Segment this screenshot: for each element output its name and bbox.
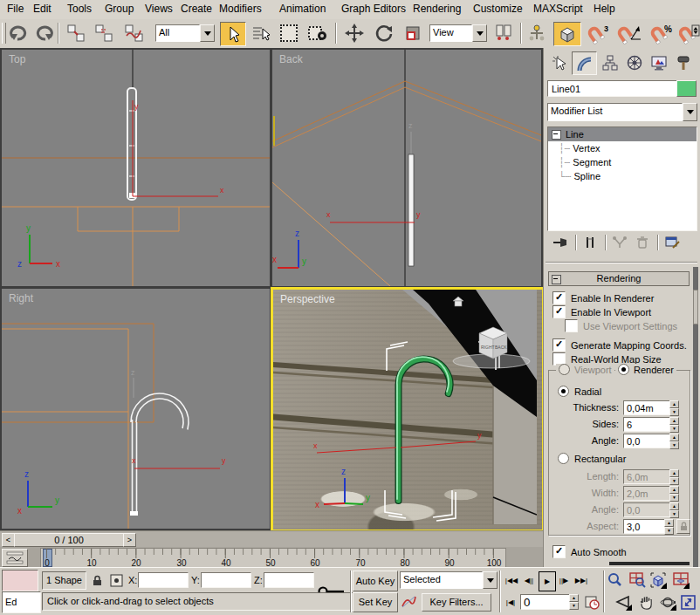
width-spinner[interactable]: ▲▼ — [669, 486, 679, 501]
length-spinner[interactable]: ▲▼ — [669, 469, 679, 484]
pan-button[interactable] — [637, 593, 655, 611]
window-crossing-button[interactable] — [305, 23, 330, 44]
snaps-toggle-button[interactable] — [553, 22, 581, 46]
stack-item-spline[interactable]: └┄ Spline — [548, 169, 697, 183]
radio-icon[interactable] — [558, 386, 569, 397]
aspect-lock-button[interactable] — [676, 519, 690, 534]
viewport-back[interactable]: z x y z x y Back — [272, 50, 541, 286]
frame-spinner[interactable]: ▲▼ — [569, 594, 579, 610]
stack-item-segment[interactable]: ┆┄ Segment — [548, 155, 697, 169]
rollout-collapse-icon[interactable] — [552, 275, 561, 284]
percent-snap-toggle-button[interactable]: % — [649, 23, 676, 45]
rendering-rollout-header[interactable]: Rendering — [548, 271, 690, 286]
modifier-list-dropdown[interactable]: Modifier List — [547, 103, 697, 121]
select-and-rotate-button[interactable] — [372, 23, 396, 44]
configure-modifier-sets-button[interactable] — [662, 233, 683, 252]
angle-spinner[interactable]: ▲▼ — [669, 434, 679, 448]
zoom-extents-button[interactable] — [649, 571, 667, 589]
tab-create[interactable] — [547, 51, 571, 73]
macro-recorder-field[interactable] — [2, 570, 38, 591]
time-configuration-button[interactable] — [583, 594, 600, 611]
tab-display[interactable] — [647, 51, 670, 73]
radio-renderer[interactable]: Renderer — [615, 364, 676, 375]
menu-maxscript[interactable]: MAXScript — [533, 3, 583, 15]
menu-edit[interactable]: Edit — [33, 3, 51, 15]
auto-key-button[interactable]: Auto Key — [353, 571, 398, 591]
tab-hierarchy[interactable] — [598, 51, 621, 73]
width-field[interactable] — [623, 486, 672, 501]
tab-modify[interactable] — [572, 51, 597, 75]
viewport-top[interactable]: y x y x z Top — [2, 50, 270, 286]
radio-viewport[interactable]: Viewport — [556, 364, 614, 375]
previous-frame-button[interactable]: ◀|| — [521, 572, 537, 590]
arc-rotate-button[interactable] — [659, 593, 676, 611]
maximize-viewport-toggle-button[interactable] — [679, 593, 697, 611]
zoom-all-button[interactable] — [628, 571, 646, 589]
menu-group[interactable]: Group — [105, 3, 134, 15]
selection-filter-arrow[interactable] — [200, 24, 215, 42]
bind-to-space-warp-button[interactable] — [122, 23, 147, 44]
checkbox-enable-in-renderer[interactable]: Enable In Renderer — [552, 291, 654, 304]
object-name-field[interactable] — [547, 80, 678, 97]
toolbar-grip[interactable] — [2, 23, 6, 44]
select-and-move-button[interactable] — [342, 23, 367, 44]
sides-spinner[interactable]: ▲▼ — [669, 417, 679, 432]
thickness-spinner[interactable]: ▲▼ — [669, 400, 679, 415]
select-object-button[interactable] — [220, 22, 246, 46]
checkbox-enable-in-viewport[interactable]: Enable In Viewport — [552, 305, 651, 318]
stack-item-vertex[interactable]: ┆┄ Vertex — [548, 141, 697, 155]
y-coord-field[interactable] — [201, 572, 251, 588]
tab-motion[interactable] — [622, 51, 646, 73]
radio-icon[interactable] — [618, 364, 629, 375]
viewport-right[interactable]: z x y z x y — [2, 289, 270, 529]
angle2-field[interactable] — [623, 502, 672, 517]
track-bar-ruler[interactable]: 0 10 20 30 40 50 60 70 80 90 100 — [40, 548, 506, 568]
select-and-scale-button[interactable] — [401, 23, 424, 44]
viewport-perspective[interactable]: x y RIGHT BACK z x — [271, 287, 545, 532]
menu-graph-editors[interactable]: Graph Editors — [341, 3, 406, 15]
tab-utilities[interactable] — [671, 51, 695, 73]
time-slider-handle[interactable]: 0 / 100 — [14, 533, 124, 547]
absolute-offset-toggle-button[interactable] — [108, 571, 124, 589]
collapse-minus-icon[interactable] — [552, 130, 561, 140]
angle-field[interactable] — [623, 434, 672, 448]
menu-rendering[interactable]: Rendering — [413, 3, 461, 15]
viewport-perspective-label[interactable]: Perspective — [280, 293, 335, 305]
undo-button[interactable] — [9, 23, 30, 44]
selection-filter-dropdown[interactable]: All — [155, 24, 215, 42]
checkbox-icon[interactable] — [552, 338, 566, 352]
angle2-spinner[interactable]: ▲▼ — [669, 502, 679, 517]
spinner-snap-toggle-button[interactable] — [679, 23, 700, 45]
checkbox-icon[interactable] — [565, 319, 578, 332]
zoom-extents-all-button[interactable] — [672, 571, 690, 589]
current-frame-field[interactable] — [520, 594, 571, 610]
go-to-end-button[interactable]: ▶▶| — [573, 572, 589, 590]
select-and-link-button[interactable] — [65, 23, 87, 44]
key-mode-toggle-button[interactable]: |◀| — [504, 594, 518, 611]
unlink-selection-button[interactable] — [93, 23, 115, 44]
viewport-back-label[interactable]: Back — [279, 53, 303, 65]
key-filters-button[interactable]: Key Filters... — [422, 593, 491, 612]
field-of-view-button[interactable] — [614, 593, 632, 611]
redo-button[interactable] — [33, 23, 54, 44]
rollout-scrollbar[interactable] — [693, 267, 698, 567]
length-field[interactable] — [623, 469, 672, 484]
spline-back-view[interactable] — [408, 154, 414, 266]
radio-icon[interactable] — [559, 364, 570, 375]
checkbox-icon[interactable] — [552, 291, 566, 304]
menu-views[interactable]: Views — [145, 3, 173, 15]
radio-rectangular[interactable]: Rectangular — [558, 453, 626, 464]
z-coord-field[interactable] — [264, 572, 314, 588]
open-mini-curve-editor-button[interactable] — [2, 549, 28, 567]
checkbox-icon[interactable] — [552, 305, 566, 318]
show-end-result-button[interactable] — [580, 233, 600, 252]
x-coord-field[interactable] — [138, 572, 189, 588]
remove-modifier-button[interactable] — [633, 233, 652, 252]
menu-tools[interactable]: Tools — [67, 3, 92, 15]
key-mode-arrow[interactable] — [483, 571, 498, 589]
checkbox-use-viewport-settings[interactable]: Use Viewport Settings — [565, 319, 677, 332]
viewcube-right-face[interactable]: RIGHT — [481, 345, 495, 350]
lock-selection-button[interactable] — [89, 571, 105, 589]
time-slider-next-button[interactable]: > — [123, 533, 136, 547]
menu-customize[interactable]: Customize — [473, 3, 523, 15]
